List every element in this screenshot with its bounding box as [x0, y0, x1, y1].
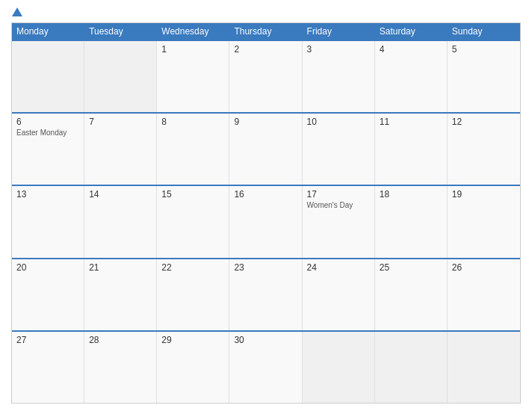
- header-tuesday: Tuesday: [84, 23, 157, 40]
- calendar-cell: 3: [303, 41, 375, 112]
- day-number: 3: [307, 44, 370, 55]
- calendar-cell: 29: [157, 332, 229, 403]
- header-monday: Monday: [12, 23, 84, 40]
- calendar-cell: [375, 332, 448, 403]
- calendar-event: Women's Day: [307, 201, 370, 209]
- day-number: 11: [380, 117, 442, 127]
- calendar-cell: [448, 332, 520, 403]
- header-thursday: Thursday: [229, 23, 302, 40]
- day-number: 2: [234, 44, 297, 55]
- calendar-cell: 4: [375, 41, 448, 112]
- calendar-cell: 10: [303, 114, 375, 185]
- calendar-cell: 9: [229, 114, 302, 185]
- day-number: 7: [89, 117, 152, 127]
- day-number: 19: [452, 189, 516, 200]
- calendar-cell: [84, 41, 157, 112]
- day-number: 1: [161, 44, 224, 55]
- calendar-cell: 28: [84, 332, 157, 403]
- calendar-cell: 20: [12, 259, 84, 330]
- calendar-week-2: 6Easter Monday789101112: [12, 112, 520, 185]
- calendar-cell: 5: [448, 41, 520, 112]
- day-number: 25: [380, 262, 442, 273]
- day-number: 23: [234, 262, 297, 273]
- calendar-cell: 30: [229, 332, 302, 403]
- day-number: 5: [452, 44, 516, 55]
- day-number: 17: [307, 189, 370, 200]
- calendar-cell: 15: [157, 186, 229, 257]
- calendar-cell: 16: [229, 186, 302, 257]
- header-friday: Friday: [303, 23, 375, 40]
- header-wednesday: Wednesday: [157, 23, 229, 40]
- day-number: 29: [161, 335, 224, 345]
- calendar-header: Monday Tuesday Wednesday Thursday Friday…: [12, 23, 520, 40]
- day-number: 9: [234, 117, 297, 127]
- logo-triangle-icon: [12, 7, 22, 16]
- day-number: 16: [234, 189, 297, 200]
- calendar-week-5: 27282930: [12, 330, 520, 403]
- calendar-week-3: 1314151617Women's Day1819: [12, 185, 520, 257]
- day-number: 14: [89, 189, 152, 200]
- day-number: 4: [380, 44, 442, 55]
- day-number: 22: [161, 262, 224, 273]
- calendar-event: Easter Monday: [16, 129, 79, 137]
- calendar-week-1: 12345: [12, 40, 520, 112]
- calendar-cell: 7: [84, 114, 157, 185]
- calendar-cell: 24: [303, 259, 375, 330]
- calendar-cell: [12, 41, 84, 112]
- day-number: 27: [16, 335, 79, 345]
- day-number: 21: [89, 262, 152, 273]
- calendar: Monday Tuesday Wednesday Thursday Friday…: [11, 22, 521, 404]
- day-number: 6: [16, 117, 79, 127]
- calendar-cell: 18: [375, 186, 448, 257]
- calendar-cell: 22: [157, 259, 229, 330]
- calendar-cell: 8: [157, 114, 229, 185]
- calendar-cell: 14: [84, 186, 157, 257]
- calendar-cell: 23: [229, 259, 302, 330]
- calendar-cell: 21: [84, 259, 157, 330]
- day-number: 8: [161, 117, 224, 127]
- day-number: 30: [234, 335, 297, 345]
- day-number: 15: [161, 189, 224, 200]
- page-header: [11, 7, 521, 16]
- calendar-body: 123456Easter Monday7891011121314151617Wo…: [12, 40, 520, 403]
- calendar-cell: 2: [229, 41, 302, 112]
- day-number: 24: [307, 262, 370, 273]
- calendar-cell: 26: [448, 259, 520, 330]
- calendar-cell: 1: [157, 41, 229, 112]
- day-number: 20: [16, 262, 79, 273]
- calendar-cell: 25: [375, 259, 448, 330]
- calendar-page: Monday Tuesday Wednesday Thursday Friday…: [0, 0, 532, 411]
- calendar-cell: 13: [12, 186, 84, 257]
- day-number: 13: [16, 189, 79, 200]
- day-number: 18: [380, 189, 442, 200]
- calendar-cell: 17Women's Day: [303, 186, 375, 257]
- day-number: 28: [89, 335, 152, 345]
- day-number: 12: [452, 117, 516, 127]
- calendar-week-4: 20212223242526: [12, 258, 520, 330]
- calendar-cell: 27: [12, 332, 84, 403]
- calendar-cell: 12: [448, 114, 520, 185]
- calendar-cell: 6Easter Monday: [12, 114, 84, 185]
- day-number: 10: [307, 117, 370, 127]
- day-number: 26: [452, 262, 516, 273]
- calendar-cell: 19: [448, 186, 520, 257]
- calendar-cell: [303, 332, 375, 403]
- header-saturday: Saturday: [375, 23, 448, 40]
- logo: [11, 7, 23, 16]
- calendar-cell: 11: [375, 114, 448, 185]
- header-sunday: Sunday: [448, 23, 520, 40]
